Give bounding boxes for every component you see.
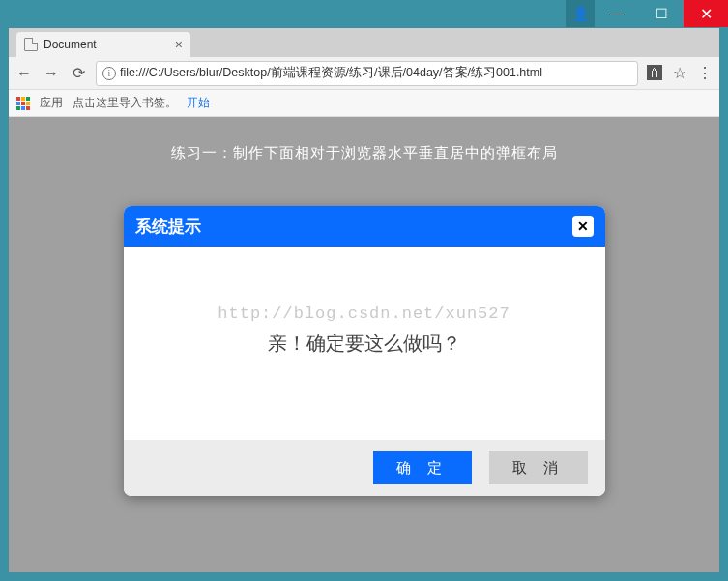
- window-maximize-button[interactable]: ☐: [639, 0, 684, 27]
- address-bar[interactable]: i file:///C:/Users/blur/Desktop/前端课程资源/练…: [96, 61, 638, 86]
- translate-icon[interactable]: 🅰: [646, 65, 663, 82]
- reload-button[interactable]: ⟳: [69, 64, 88, 83]
- watermark-text: http://blog.csdn.net/xun527: [218, 305, 510, 323]
- browser-toolbar: ← → ⟳ i file:///C:/Users/blur/Desktop/前端…: [9, 57, 719, 90]
- menu-icon[interactable]: ⋮: [696, 65, 713, 82]
- dialog-close-button[interactable]: ✕: [572, 216, 594, 237]
- apps-icon[interactable]: [16, 97, 30, 110]
- dialog-message: 亲！确定要这么做吗？: [268, 331, 461, 357]
- dialog-title: 系统提示: [135, 216, 201, 238]
- bookmarks-bar: 应用 点击这里导入书签。 开始: [9, 90, 719, 117]
- browser-window: Document × ← → ⟳ i file:///C:/Users/blur…: [8, 27, 720, 573]
- import-hint: 点击这里导入书签。: [73, 95, 177, 111]
- modal-dialog: 系统提示 ✕ http://blog.csdn.net/xun527 亲！确定要…: [124, 206, 605, 496]
- bookmark-star-icon[interactable]: ☆: [671, 65, 688, 82]
- url-text: file:///C:/Users/blur/Desktop/前端课程资源/练习/…: [120, 65, 542, 81]
- tab-strip: Document ×: [9, 28, 719, 57]
- tab-close-button[interactable]: ×: [175, 38, 183, 51]
- browser-tab[interactable]: Document ×: [16, 32, 190, 57]
- cancel-button[interactable]: 取 消: [489, 451, 588, 484]
- page-viewport: 练习一：制作下面相对于浏览器水平垂直居中的弹框布局 系统提示 ✕ http://…: [9, 117, 719, 572]
- start-link[interactable]: 开始: [187, 95, 210, 111]
- window-titlebar: 👤 — ☐ ✕: [0, 0, 728, 27]
- page-heading: 练习一：制作下面相对于浏览器水平垂直居中的弹框布局: [9, 117, 719, 162]
- tab-title: Document: [44, 38, 97, 51]
- window-minimize-button[interactable]: —: [595, 0, 639, 27]
- apps-label[interactable]: 应用: [40, 95, 63, 111]
- dialog-body: http://blog.csdn.net/xun527 亲！确定要这么做吗？: [124, 247, 605, 440]
- page-icon: [24, 38, 38, 51]
- user-account-button[interactable]: 👤: [566, 0, 595, 27]
- dialog-header: 系统提示 ✕: [124, 206, 605, 247]
- window-close-button[interactable]: ✕: [684, 0, 728, 27]
- back-button[interactable]: ←: [15, 64, 34, 83]
- dialog-footer: 确 定 取 消: [124, 440, 605, 496]
- confirm-button[interactable]: 确 定: [373, 451, 472, 484]
- site-info-icon[interactable]: i: [102, 67, 116, 80]
- forward-button[interactable]: →: [42, 64, 61, 83]
